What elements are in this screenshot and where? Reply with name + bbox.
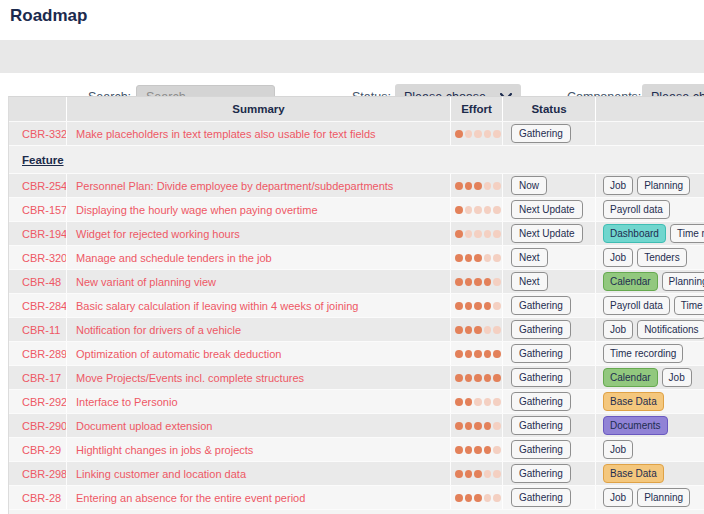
status-button[interactable]: Next: [511, 248, 548, 267]
status-button[interactable]: Gathering: [511, 320, 571, 339]
component-tag[interactable]: Base Data: [603, 392, 664, 411]
effort-dot-filled: [474, 470, 482, 478]
components-cell: JobPlanning: [596, 174, 704, 197]
effort-dot-filled: [455, 254, 463, 262]
status-button[interactable]: Gathering: [511, 368, 571, 387]
effort-dot-filled: [484, 446, 492, 454]
issue-id-link[interactable]: CBR-292: [22, 396, 67, 408]
components-cell: JobTenders: [596, 246, 704, 269]
issue-summary-cell: Displaying the hourly wage when paying o…: [67, 198, 451, 221]
component-tag[interactable]: Planning: [637, 176, 690, 195]
component-tag[interactable]: Time recording: [670, 224, 704, 243]
issue-summary-link[interactable]: Basic salary calculation if leaving with…: [76, 300, 358, 312]
effort-dot-filled: [474, 422, 482, 430]
issue-id-link[interactable]: CBR-298: [22, 468, 67, 480]
component-tag[interactable]: Calendar: [603, 272, 658, 291]
header-status: Status: [503, 97, 596, 121]
issue-summary-cell: Widget for rejected working hours: [67, 222, 451, 245]
status-button[interactable]: Gathering: [511, 296, 571, 315]
effort-dots: [451, 246, 503, 269]
issue-id-link[interactable]: CBR-320: [22, 252, 67, 264]
components-cell: Documents: [596, 414, 704, 437]
effort-dot-empty: [493, 398, 501, 406]
issue-summary-link[interactable]: Entering an absence for the entire event…: [76, 492, 305, 504]
status-button[interactable]: Gathering: [511, 464, 571, 483]
issue-summary-link[interactable]: Document upload extension: [76, 420, 212, 432]
component-tag[interactable]: Job: [662, 368, 692, 387]
effort-dot-empty: [484, 206, 492, 214]
status-button[interactable]: Next: [511, 272, 548, 291]
effort-dot-filled: [455, 398, 463, 406]
issue-summary-link[interactable]: Hightlight changes in jobs & projects: [76, 444, 253, 456]
issue-id-link[interactable]: CBR-28: [22, 492, 61, 504]
component-tag[interactable]: Planning: [662, 272, 704, 291]
issue-id-cell: CBR-17: [9, 366, 67, 389]
issue-summary-link[interactable]: Personnel Plan: Divide employee by depar…: [76, 180, 393, 192]
component-tag[interactable]: Tenders: [637, 248, 687, 267]
component-tag[interactable]: Planning: [637, 488, 690, 507]
component-tag[interactable]: Dashboard: [603, 224, 666, 243]
effort-dot-filled: [474, 350, 482, 358]
status-button[interactable]: Gathering: [511, 124, 571, 143]
table-row: CBR-332 Make placeholders in text templa…: [9, 122, 704, 146]
issue-summary-cell: Move Projects/Events incl. complete stru…: [67, 366, 451, 389]
effort-dot-empty: [493, 206, 501, 214]
component-tag[interactable]: Job: [603, 320, 633, 339]
component-tag[interactable]: Notifications: [637, 320, 704, 339]
component-tag[interactable]: Job: [603, 440, 633, 459]
issue-summary-cell: Manage and schedule tenders in the job: [67, 246, 451, 269]
issue-id-link[interactable]: CBR-194: [22, 228, 67, 240]
issue-summary-link[interactable]: Widget for rejected working hours: [76, 228, 240, 240]
issue-summary-link[interactable]: Linking customer and location data: [76, 468, 246, 480]
issue-id-link[interactable]: CBR-290: [22, 420, 67, 432]
component-tag[interactable]: Job: [603, 248, 633, 267]
status-button[interactable]: Gathering: [511, 416, 571, 435]
issue-id-cell: CBR-29: [9, 438, 67, 461]
status-button[interactable]: Gathering: [511, 488, 571, 507]
components-cell: Time recording: [596, 342, 704, 365]
issue-id-link[interactable]: CBR-17: [22, 372, 61, 384]
effort-dot-filled: [455, 130, 463, 138]
component-tag[interactable]: Time recording: [603, 344, 683, 363]
issue-id-link[interactable]: CBR-29: [22, 444, 61, 456]
component-tag[interactable]: Payroll data: [603, 200, 670, 219]
effort-dot-empty: [474, 130, 482, 138]
issue-summary-link[interactable]: Notification for drivers of a vehicle: [76, 324, 241, 336]
issue-id-link[interactable]: CBR-11: [22, 324, 60, 336]
issue-id-link[interactable]: CBR-289: [22, 348, 67, 360]
issue-summary-link[interactable]: Displaying the hourly wage when paying o…: [76, 204, 318, 216]
status-cell: Next Update: [503, 198, 596, 221]
component-tag[interactable]: Job: [603, 488, 633, 507]
issue-summary-link[interactable]: Interface to Personio: [76, 396, 178, 408]
status-button[interactable]: Gathering: [511, 440, 571, 459]
status-button[interactable]: Next Update: [511, 200, 583, 219]
status-button[interactable]: Now: [511, 176, 547, 195]
filter-bar: Search: Status: Please choose... Compone…: [0, 40, 704, 73]
component-tag[interactable]: Calendar: [603, 368, 658, 387]
status-button[interactable]: Gathering: [511, 344, 571, 363]
effort-dot-filled: [465, 422, 473, 430]
issue-summary-link[interactable]: Make placeholders in text templates also…: [76, 128, 376, 140]
issue-id-link[interactable]: CBR-254: [22, 180, 67, 192]
status-cell: Next: [503, 270, 596, 293]
issue-id-link[interactable]: CBR-332: [22, 128, 67, 140]
component-tag[interactable]: Payroll data: [603, 296, 670, 315]
status-button[interactable]: Next Update: [511, 224, 583, 243]
issue-summary-link[interactable]: Move Projects/Events incl. complete stru…: [76, 372, 304, 384]
component-tag[interactable]: Time recording: [674, 296, 704, 315]
issue-id-link[interactable]: CBR-284: [22, 300, 67, 312]
issue-id-link[interactable]: CBR-48: [22, 276, 61, 288]
issue-id-link[interactable]: CBR-157: [22, 204, 67, 216]
effort-dot-empty: [493, 130, 501, 138]
issue-id-cell: CBR-28: [9, 486, 67, 509]
component-tag[interactable]: Base Data: [603, 464, 664, 483]
issue-summary-link[interactable]: New variant of planning view: [76, 276, 216, 288]
effort-dot-filled: [465, 350, 473, 358]
component-tag[interactable]: Documents: [603, 416, 668, 435]
header-id: [9, 97, 67, 121]
issue-summary-link[interactable]: Manage and schedule tenders in the job: [76, 252, 272, 264]
issue-summary-link[interactable]: Optimization of automatic break deductio…: [76, 348, 281, 360]
section-link-feature[interactable]: Feature: [22, 154, 64, 166]
status-button[interactable]: Gathering: [511, 392, 571, 411]
component-tag[interactable]: Job: [603, 176, 633, 195]
